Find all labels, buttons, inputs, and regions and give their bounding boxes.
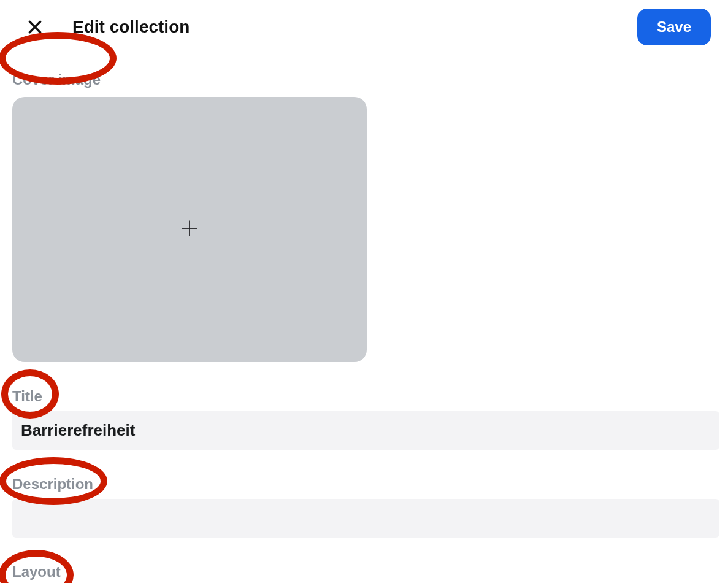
- header-left-group: Edit collection: [27, 17, 190, 37]
- close-icon[interactable]: [27, 19, 43, 35]
- form-content: Cover image Title Description Layout Col…: [0, 54, 728, 583]
- description-label: Description: [0, 476, 93, 493]
- header-bar: Edit collection Save: [0, 0, 728, 54]
- layout-label: Layout: [0, 563, 61, 581]
- save-button[interactable]: Save: [637, 9, 711, 45]
- cover-image-upload[interactable]: [12, 97, 367, 362]
- page-title: Edit collection: [72, 17, 190, 37]
- cover-image-label: Cover image: [0, 71, 101, 88]
- plus-icon: [180, 219, 199, 240]
- description-input[interactable]: [12, 499, 719, 538]
- title-input[interactable]: [12, 411, 719, 450]
- title-label: Title: [0, 388, 42, 405]
